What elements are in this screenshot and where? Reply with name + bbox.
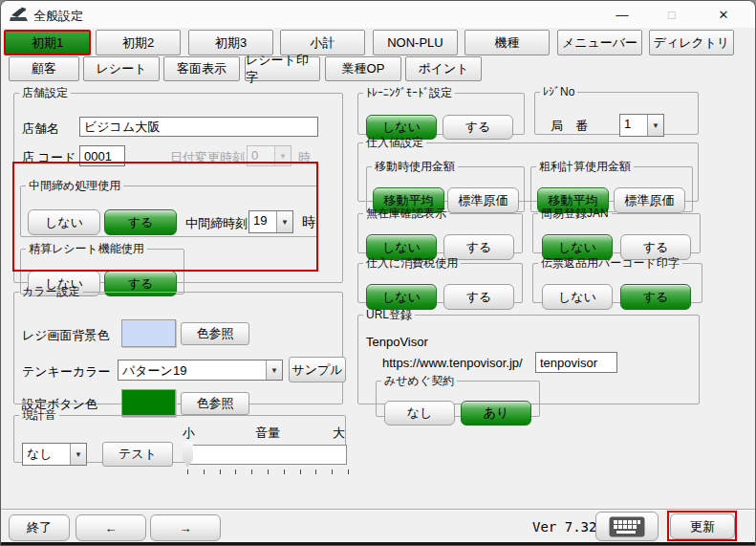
footer-bar: 終了 ← → Ver 7.32 更新 xyxy=(1,509,755,544)
misemegu-no-button[interactable]: なし xyxy=(384,401,455,426)
tenkey-color-select[interactable]: パターン19 ▼ xyxy=(118,360,283,381)
tab-menubar[interactable]: メニューバー xyxy=(557,30,642,55)
slip-return-barcode-legend: 伝票返品用バーコード印字 xyxy=(538,255,682,272)
register-bg-color-swatch xyxy=(121,319,176,347)
moving-amount-group: 移動時使用金額 移動平均 標準原価 xyxy=(366,159,525,212)
tab-shoki2[interactable]: 初期2 xyxy=(96,30,181,55)
color-settings-group: カラー設定 レジ画面背景色 色参照 テンキーカラー パターン19 ▼ サンプル … xyxy=(13,284,343,404)
tenpovisor-url-input[interactable] xyxy=(535,352,617,373)
purchase-cost-group: 仕入値設定 移動時使用金額 移動平均 標準原価 粗利計算使用金額 移動平均 標準… xyxy=(357,135,699,202)
date-change-select: 0 ▼ xyxy=(247,145,292,166)
window-bottom-edge xyxy=(1,542,755,545)
misemegu-group: みせめぐ契約 なし あり xyxy=(376,373,540,417)
keyboard-button[interactable] xyxy=(595,512,659,541)
tab-shoki1[interactable]: 初期1 xyxy=(4,30,91,55)
interim-close-time-select[interactable]: 19 ▼ xyxy=(248,210,293,233)
sound-test-button[interactable]: テスト xyxy=(102,442,173,467)
store-settings-legend: 店舗設定 xyxy=(19,85,71,101)
slip-return-barcode-group: 伝票返品用バーコード印字 しない する xyxy=(532,255,702,303)
store-code-label: 店 コード xyxy=(22,149,76,166)
chevron-down-icon: ▼ xyxy=(70,444,86,465)
register-no-legend: ﾚｼﾞNo xyxy=(540,85,577,98)
store-name-label: 店舗名 xyxy=(22,120,59,138)
update-button[interactable]: 更新 xyxy=(670,513,735,539)
interim-close-time-label: 中間締時刻 xyxy=(185,215,248,232)
gross-profit-legend: 粗利計算使用金額 xyxy=(536,159,634,175)
easy-jan-legend: 簡易登録JAN xyxy=(538,206,612,222)
purchase-tax-legend: 仕入に消費税使用 xyxy=(363,255,461,272)
volume-slider-track[interactable] xyxy=(186,445,347,465)
training-mode-group: ﾄﾚｰﾆﾝｸﾞﾓｰﾄﾞ設定 しない する xyxy=(357,85,525,135)
chevron-down-icon: ▼ xyxy=(266,360,282,380)
general-settings-window: 全般設定 — □ ✕ 初期1 初期2 初期3 小計 NON-PLU 機種 メニュ… xyxy=(0,0,756,546)
misemegu-yes-button[interactable]: あり xyxy=(461,401,531,426)
purchase-tax-yes-button[interactable]: する xyxy=(443,284,514,310)
sound-group: 現計音 なし ▼ テスト 小 音量 大 xyxy=(13,407,346,463)
window-title: 全般設定 xyxy=(33,8,83,25)
tab-nonplu[interactable]: NON-PLU xyxy=(373,30,458,55)
store-name-input[interactable] xyxy=(79,117,318,137)
register-bg-color-ref-button[interactable]: 色参照 xyxy=(181,322,249,345)
tenpovisor-label: TenpoVisor xyxy=(366,335,428,349)
gross-profit-group: 粗利計算使用金額 移動平均 標準原価 xyxy=(530,159,693,212)
misemegu-legend: みせめぐ契約 xyxy=(381,373,457,389)
register-no-select[interactable]: 1 ▼ xyxy=(619,114,664,137)
nostock-display-legend: 無在庫確認表示 xyxy=(363,206,449,222)
app-icon xyxy=(10,7,29,23)
url-registration-group: URL登録 TenpoVisor https://www.tenpovisor.… xyxy=(357,307,700,404)
volume-label: 音量 xyxy=(255,425,280,442)
purchase-tax-group: 仕入に消費税使用 しない する xyxy=(357,255,523,303)
nostock-display-group: 無在庫確認表示 しない する xyxy=(357,206,523,253)
chevron-down-icon: ▼ xyxy=(276,211,292,232)
interim-close-group: 中間締め処理使用 しない する 中間締時刻 19 ▼ 時 xyxy=(20,178,318,237)
tab-kishu[interactable]: 機種 xyxy=(464,30,550,55)
training-mode-legend: ﾄﾚｰﾆﾝｸﾞﾓｰﾄﾞ設定 xyxy=(363,85,455,101)
settlement-receipt-legend: 精算レシート機能使用 xyxy=(26,241,147,257)
volume-max-label: 大 xyxy=(333,425,345,442)
chevron-down-icon: ▼ xyxy=(274,146,291,165)
tenkey-color-label: テンキーカラー xyxy=(22,363,111,381)
base-url-label: https://www.tenpovisor.jp/ xyxy=(382,356,523,370)
tab-receipt-print[interactable]: レシート印字 xyxy=(245,56,320,81)
back-arrow-button[interactable]: ← xyxy=(76,514,146,541)
interim-close-yes-button[interactable]: する xyxy=(104,209,177,235)
chevron-down-icon: ▼ xyxy=(647,115,663,136)
close-button[interactable]: ✕ xyxy=(702,1,745,28)
purchase-tax-no-button[interactable]: しない xyxy=(366,284,437,310)
easy-jan-group: 簡易登録JAN しない する xyxy=(532,206,701,253)
tab-directory[interactable]: ディレクトリ xyxy=(649,30,734,55)
store-settings-group: 店舗設定 店舗名 店 コード 日付変更時刻 0 ▼ 時 中間締め処理使用 しない… xyxy=(13,85,343,283)
tab-receipt[interactable]: レシート xyxy=(83,56,160,81)
store-code-input[interactable] xyxy=(79,145,125,166)
interim-close-legend: 中間締め処理使用 xyxy=(26,178,123,194)
tab-customer-display[interactable]: 客面表示 xyxy=(163,56,240,81)
sample-button[interactable]: サンプル xyxy=(289,357,346,382)
interim-close-time-unit: 時 xyxy=(302,214,315,231)
volume-slider-ticks xyxy=(187,470,349,474)
forward-arrow-button[interactable]: → xyxy=(150,514,221,541)
color-settings-legend: カラー設定 xyxy=(19,284,83,300)
slip-return-yes-button[interactable]: する xyxy=(620,284,691,310)
tab-kokyaku[interactable]: 顧客 xyxy=(9,56,79,81)
url-registration-legend: URL登録 xyxy=(363,307,415,323)
slip-return-no-button[interactable]: しない xyxy=(542,284,613,310)
moving-amount-legend: 移動時使用金額 xyxy=(372,159,458,175)
version-label: Ver 7.32 xyxy=(532,519,596,535)
register-no-group: ﾚｼﾞNo 局 番 1 ▼ xyxy=(534,85,699,135)
register-no-label: 局 番 xyxy=(551,118,588,135)
maximize-button[interactable]: □ xyxy=(650,1,694,28)
volume-min-label: 小 xyxy=(183,425,195,442)
exit-button[interactable]: 終了 xyxy=(9,514,70,541)
minimize-button[interactable]: — xyxy=(600,1,644,28)
date-change-label: 日付変更時刻 xyxy=(170,149,245,166)
register-bg-color-label: レジ画面背景色 xyxy=(22,327,110,344)
sound-select[interactable]: なし ▼ xyxy=(22,443,87,466)
tab-gyoshu-op[interactable]: 業種OP xyxy=(325,56,401,81)
date-change-unit-label: 時 xyxy=(298,149,311,166)
purchase-cost-legend: 仕入値設定 xyxy=(363,135,426,151)
title-bar: 全般設定 — □ ✕ xyxy=(1,1,755,28)
tab-point[interactable]: ポイント xyxy=(405,56,482,81)
interim-close-no-button[interactable]: しない xyxy=(28,209,100,235)
sound-legend: 現計音 xyxy=(19,407,59,424)
keyboard-icon xyxy=(609,516,645,537)
